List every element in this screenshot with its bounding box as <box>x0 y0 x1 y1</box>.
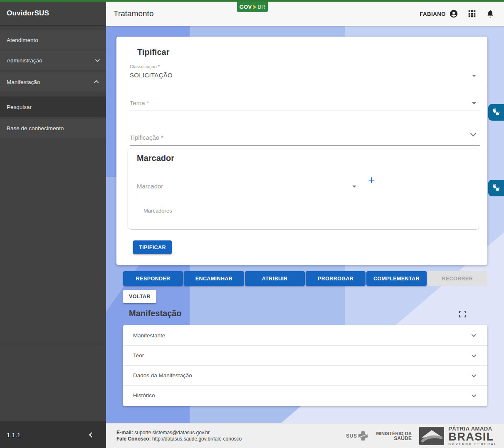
sidebar-nav: Atendimento Administração Manifestação P… <box>0 26 106 138</box>
footer: E-mail: suporte.sistemas@datasus.gov.br … <box>106 423 504 448</box>
chevron-down-icon <box>95 57 100 62</box>
ministry-line2: SAÚDE <box>376 436 412 441</box>
gov-br-badge: GOV BR <box>237 2 268 12</box>
tipificacao-underline[interactable] <box>130 145 480 146</box>
user-name: FABIANO <box>420 11 446 17</box>
tema-select[interactable]: Tema * <box>130 99 149 106</box>
manifestacao-accordion: Manifestante Teor Dados da Manifestação … <box>123 325 487 406</box>
footer-email-label: E-mail: <box>116 430 133 436</box>
sidebar-divider <box>0 344 106 344</box>
sidebar: OuvidorSUS Atendimento Administração Man… <box>0 0 106 448</box>
accordion-label: Histórico <box>133 392 155 398</box>
manifestacao-title: Manifestação <box>129 309 182 318</box>
tipificar-card: Tipificar Classificação * SOLICITAÇÃO Te… <box>116 37 487 265</box>
accordion-section-manifestante[interactable]: Manifestante <box>123 325 487 345</box>
app-version: 1.1.1 <box>7 431 20 438</box>
accordion-section-historico[interactable]: Histórico <box>123 385 487 405</box>
ministry-line1: MINISTÉRIO DA <box>376 431 412 436</box>
footer-contact-value: http://datasus.saude.gov.br/fale-conosco <box>152 436 242 442</box>
fullscreen-icon[interactable] <box>459 310 466 318</box>
atribuir-button[interactable]: ATRIBUIR <box>245 271 305 286</box>
header: Tratamento FABIANO <box>106 2 504 26</box>
sidebar-item-atendimento[interactable]: Atendimento <box>0 30 106 50</box>
collapse-sidebar-icon[interactable] <box>89 432 94 438</box>
sidebar-item-base-de-conhecimento[interactable]: Base de conhecimento <box>0 119 106 138</box>
brasil-flag-icon <box>419 427 444 445</box>
chevron-down-icon <box>472 332 476 337</box>
marcador-select[interactable]: Marcador <box>137 183 163 190</box>
app-title: OuvidorSUS <box>7 9 49 17</box>
sidebar-item-label: Manifestação <box>7 79 40 85</box>
brand-line2: BRASIL <box>448 431 497 442</box>
voltar-button[interactable]: VOLTAR <box>123 290 156 303</box>
tema-underline[interactable] <box>130 111 480 111</box>
sidebar-item-administracao[interactable]: Administração <box>0 51 106 70</box>
user-menu[interactable]: FABIANO <box>420 9 458 18</box>
sidebar-item-label: Administração <box>7 57 42 64</box>
classificacao-underline[interactable] <box>130 83 480 83</box>
classificacao-label: Classificação * <box>130 64 160 69</box>
marcadores-list-label: Marcadores <box>143 208 172 214</box>
sus-logo-text: SUS <box>346 433 357 439</box>
footer-email-value: suporte.sistemas@datasus.gov.br <box>134 430 210 436</box>
account-circle-icon <box>449 9 458 18</box>
app-logo: OuvidorSUS <box>0 0 106 26</box>
footer-contact-label: Fale Conosco: <box>116 436 151 442</box>
vlibras-accessibility-button[interactable] <box>488 104 504 121</box>
sidebar-item-label: Pesquisar <box>7 104 32 110</box>
tema-dropdown-arrow-icon[interactable] <box>472 102 476 104</box>
encaminhar-button[interactable]: ENCAMINHAR <box>184 271 244 286</box>
chevron-down-icon <box>472 352 476 357</box>
gov-br-badge-gov: GOV <box>240 4 252 10</box>
footer-contact-info: E-mail: suporte.sistemas@datasus.gov.br … <box>116 430 242 442</box>
government-brand-logo: PÁTRIA AMADA BRASIL GOVERNO FEDERAL <box>419 426 497 446</box>
ministry-logo-text: MINISTÉRIO DA SAÚDE <box>376 431 412 441</box>
tipificar-title: Tipificar <box>137 47 169 57</box>
vlibras-accessibility-button[interactable] <box>488 180 504 196</box>
classificacao-dropdown-arrow-icon[interactable] <box>472 75 476 77</box>
accordion-section-teor[interactable]: Teor <box>123 345 487 365</box>
page-title: Tratamento <box>114 9 153 18</box>
accordion-label: Teor <box>133 352 144 359</box>
marcador-panel: Marcador Marcador + Marcadores <box>127 148 480 230</box>
sus-cross-icon <box>358 431 368 441</box>
sidebar-footer: 1.1.1 <box>0 421 106 448</box>
accordion-label: Dados da Manifestação <box>133 372 192 379</box>
chevron-down-icon <box>472 372 476 377</box>
tipificacao-chevron-down-icon[interactable] <box>470 131 476 136</box>
apps-grid-icon[interactable] <box>467 9 477 18</box>
notifications-bell-icon[interactable] <box>486 9 495 18</box>
header-actions: FABIANO <box>420 9 495 18</box>
accordion-section-dados-da-manifestacao[interactable]: Dados da Manifestação <box>123 365 487 385</box>
chevron-down-icon <box>472 392 476 397</box>
footer-logos: SUS MINISTÉRIO DA SAÚDE PÁTRIA AMADA BRA… <box>346 426 497 446</box>
tipificar-button[interactable]: TIPIFICAR <box>133 240 172 254</box>
accordion-label: Manifestante <box>133 332 165 339</box>
classificacao-value: SOLICITAÇÃO <box>130 72 173 79</box>
complementar-button[interactable]: COMPLEMENTAR <box>366 271 426 286</box>
sidebar-item-manifestacao[interactable]: Manifestação <box>0 72 106 92</box>
gov-br-badge-br: BR <box>258 4 266 10</box>
gov-br-arrow-icon <box>253 5 257 9</box>
sidebar-item-label: Atendimento <box>7 37 38 43</box>
sidebar-item-pesquisar[interactable]: Pesquisar <box>0 97 106 117</box>
action-bar: RESPONDER ENCAMINHAR ATRIBUIR PRORROGAR … <box>123 271 487 286</box>
marcador-title: Marcador <box>137 153 174 163</box>
prorrogar-button[interactable]: PRORROGAR <box>306 271 366 286</box>
marcador-dropdown-arrow-icon[interactable] <box>352 186 356 188</box>
responder-button[interactable]: RESPONDER <box>123 271 183 286</box>
main-content: Tipificar Classificação * SOLICITAÇÃO Te… <box>106 26 504 423</box>
recorrer-button[interactable]: RECORRER <box>427 271 487 286</box>
add-marcador-icon[interactable]: + <box>368 174 375 186</box>
marcador-underline[interactable] <box>137 194 358 194</box>
chevron-up-icon <box>94 80 99 85</box>
tipificacao-select[interactable]: Tipificação * <box>130 134 163 141</box>
sidebar-item-label: Base de conhecimento <box>7 125 64 131</box>
accessibility-hands-icon <box>492 183 501 193</box>
accessibility-hands-icon <box>492 108 501 117</box>
brand-line3: GOVERNO FEDERAL <box>448 442 497 446</box>
sus-logo: SUS <box>346 431 368 441</box>
brand-text: PÁTRIA AMADA BRASIL GOVERNO FEDERAL <box>448 426 497 446</box>
